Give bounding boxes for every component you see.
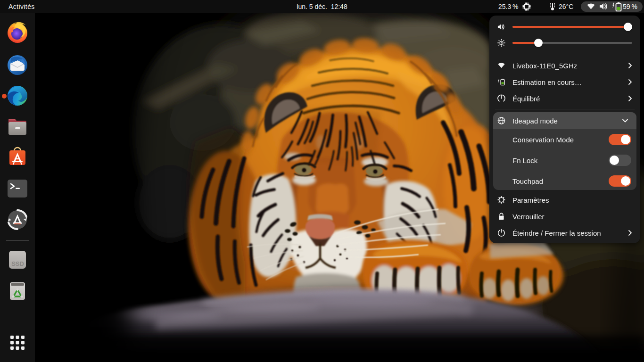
svg-text:SSD: SSD xyxy=(11,260,24,267)
